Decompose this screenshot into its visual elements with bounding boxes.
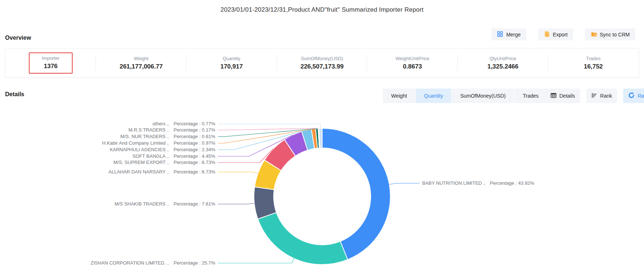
label-line-allahar-dan-narsary (218, 172, 258, 173)
chart-label-name: ALLAHAR DAN NARSARY， (108, 169, 170, 175)
chart-label-m-r-s-traders: M.R.S TRADERS，Percentage : 0.17% (128, 127, 215, 133)
chart-label-percentage: Percentage : 0.77% (174, 121, 215, 126)
chart-label-m-s-shakib-traders: M/S SHAKIB TRADERS，Percentage : 7.61% (115, 201, 215, 207)
donut-slice-baby-nutrition-limited[interactable] (322, 128, 390, 260)
donut-slice-others[interactable] (319, 128, 322, 148)
chart-label-m-s-suprem-export: M/S. SUPREM EXPORT，Percentage : 6.73% (113, 159, 215, 166)
chart-label-name: H.Kabir And Company Limited， (102, 140, 170, 146)
chart-label-percentage: Percentage : 0.97% (174, 140, 215, 146)
chart-label-baby-nutrition-limited: BABY NUTRITION LIMITED，Percentage : 43.9… (422, 180, 534, 187)
chart-label-percentage: Percentage : 6.73% (174, 169, 215, 175)
chart-label-name: M.R.S TRADERS， (128, 127, 170, 133)
chart-label-karnaphuli-agencies: KARNAPHULI AGENCIES，Percentage : 2.34% (110, 146, 215, 153)
chart-label-name: ZISHAN CORPORATION LIMITED.， (90, 260, 170, 266)
chart-label-percentage: Percentage : 6.73% (174, 160, 215, 165)
donut-chart (0, 0, 644, 270)
label-line-m-s-shakib-traders (218, 203, 254, 204)
label-line-zishan-corporation-limited (218, 258, 294, 263)
label-line-baby-nutrition-limited (389, 183, 420, 184)
chart-label-h-kabir-and-company-limited: H.Kabir And Company Limited，Percentage :… (102, 140, 215, 146)
chart-label-percentage: Percentage : 0.61% (174, 134, 215, 139)
chart-label-name: M/S SHAKIB TRADERS， (115, 201, 170, 207)
chart-label-percentage: Percentage : 25.7% (174, 260, 215, 266)
chart-label-percentage: Percentage : 0.17% (174, 127, 215, 133)
chart-label-name: KARNAPHULI AGENCIES， (110, 147, 170, 152)
chart-label-allahar-dan-narsary: ALLAHAR DAN NARSARY，Percentage : 6.73% (108, 169, 215, 175)
chart-label-name: others， (153, 121, 170, 126)
chart-label-percentage: Percentage : 7.61% (174, 201, 215, 207)
chart-label-m-s-nur-traders: M/S. NUR TRADERS，Percentage : 0.61% (120, 133, 215, 140)
chart-label-name: SOFT BANGLA， (132, 153, 170, 159)
chart-label-percentage: Percentage : 4.45% (174, 153, 215, 159)
donut-slice-zishan-corporation-limited[interactable] (258, 212, 348, 265)
chart-label-others: others，Percentage : 0.77% (153, 121, 215, 127)
chart-label-name: M/S. NUR TRADERS， (120, 134, 170, 139)
chart-label-zishan-corporation-limited: ZISHAN CORPORATION LIMITED.，Percentage :… (90, 260, 215, 266)
chart-label-name: BABY NUTRITION LIMITED， (422, 180, 487, 186)
chart-label-name: M/S. SUPREM EXPORT， (113, 160, 170, 165)
chart-label-percentage: Percentage : 43.92% (490, 180, 534, 186)
chart-label-percentage: Percentage : 2.34% (174, 147, 215, 152)
label-line-others (218, 124, 320, 128)
chart-label-soft-bangla: SOFT BANGLA，Percentage : 4.45% (132, 153, 215, 160)
